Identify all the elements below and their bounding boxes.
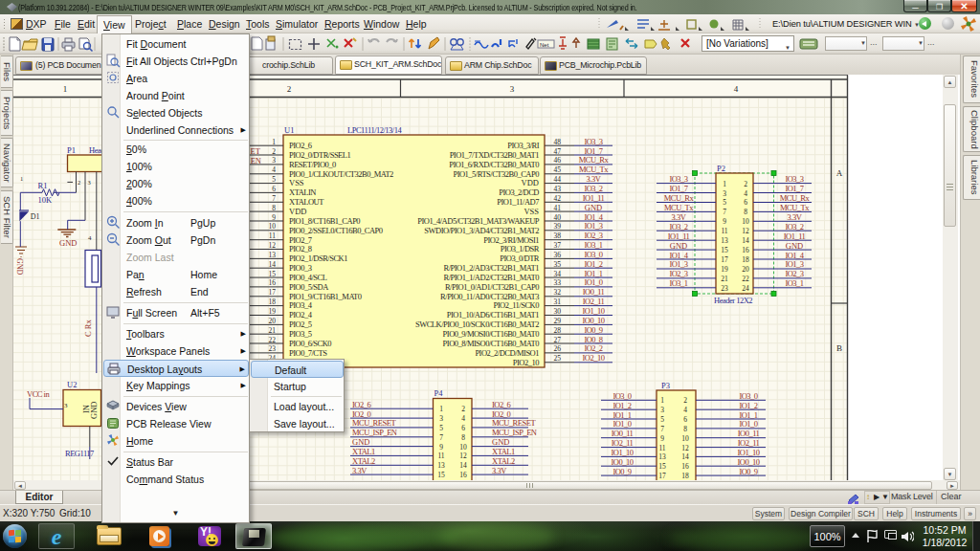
svg-text:IO0_11: IO0_11	[612, 429, 634, 438]
svg-text:IO0_10: IO0_10	[612, 457, 634, 467]
svg-text:8: 8	[683, 425, 687, 433]
svg-text:IO1_11: IO1_11	[668, 231, 690, 241]
svg-text:IO1_2: IO1_2	[584, 259, 602, 269]
svg-text:18: 18	[742, 255, 749, 264]
svg-text:3: 3	[272, 156, 276, 165]
svg-text:35: 35	[554, 260, 562, 269]
svg-text:7: 7	[439, 433, 443, 442]
svg-text:IO1_0: IO1_0	[739, 419, 757, 429]
svg-text:IO1_7: IO1_7	[669, 184, 687, 193]
svg-text:PIO0_2/SSEL0/CT16B0_CAP0: PIO0_2/SSEL0/CT16B0_CAP0	[289, 226, 383, 235]
svg-text:R1: R1	[38, 181, 48, 190]
svg-text:SWCLK/PIO0_10/SCK0/CT16B0_MAT2: SWCLK/PIO0_10/SCK0/CT16B0_MAT2	[415, 320, 539, 329]
svg-text:9: 9	[723, 217, 726, 226]
svg-text:12: 12	[459, 452, 467, 460]
svg-text:7: 7	[723, 208, 726, 216]
svg-text:28: 28	[554, 326, 562, 335]
svg-text:PIO0_9/MOSI0/CT16B0_MAT0: PIO0_9/MOSI0/CT16B0_MAT0	[443, 329, 540, 339]
svg-text:4: 4	[461, 414, 465, 423]
svg-text:IO0_11: IO0_11	[583, 287, 605, 297]
svg-text:IO2_3: IO2_3	[669, 269, 687, 278]
svg-text:IO2_6: IO2_6	[492, 400, 510, 409]
svg-text:27: 27	[554, 336, 562, 344]
svg-text:42: 42	[554, 194, 562, 203]
svg-text:5: 5	[272, 175, 276, 184]
svg-text:IO1_10: IO1_10	[583, 306, 605, 316]
svg-text:IO2_3: IO2_3	[785, 269, 803, 278]
svg-text:PIO1_8/CT16B1_CAP0: PIO1_8/CT16B1_CAP0	[289, 216, 360, 226]
svg-text:PIO0_8/MISO0/CT16B0_MAT0: PIO0_8/MISO0/CT16B0_MAT0	[443, 339, 540, 348]
svg-text:IO3_2: IO3_2	[785, 222, 803, 231]
svg-text:3.3V: 3.3V	[672, 212, 687, 222]
svg-text:P4: P4	[434, 388, 444, 398]
svg-text:IO1_1: IO1_1	[584, 269, 602, 278]
svg-text:16: 16	[459, 471, 467, 479]
svg-text:IO3_1: IO3_1	[669, 278, 687, 288]
svg-text:SWDIO/PIO1_3/AD4/CT32B1_MAT2: SWDIO/PIO1_3/AD4/CT32B1_MAT2	[424, 226, 539, 235]
svg-text:2: 2	[78, 179, 80, 186]
svg-text:15: 15	[658, 462, 666, 471]
svg-text:XTALOUT: XTALOUT	[289, 197, 324, 207]
svg-text:U1: U1	[284, 125, 294, 135]
svg-text:41: 41	[554, 204, 562, 212]
svg-text:IO3_1: IO3_1	[584, 240, 602, 250]
svg-text:9: 9	[439, 443, 443, 452]
svg-text:6: 6	[272, 185, 276, 193]
svg-text:48: 48	[554, 138, 562, 146]
svg-text:LPC1111/12/13/14: LPC1111/12/13/14	[347, 125, 402, 135]
svg-text:32: 32	[554, 288, 562, 297]
svg-text:VSS: VSS	[289, 178, 304, 187]
svg-text:PIO1_10/AD6/CT16B1_MAT1: PIO1_10/AD6/CT16B1_MAT1	[447, 310, 539, 320]
svg-text:12: 12	[681, 444, 689, 452]
svg-text:PIO2_10: PIO2_10	[513, 358, 539, 367]
svg-text:23: 23	[721, 284, 728, 293]
svg-text:21: 21	[269, 326, 277, 335]
svg-text:PIO3_1/DSR: PIO3_1/DSR	[501, 244, 540, 253]
svg-text:MCU_Rx: MCU_Rx	[780, 193, 811, 203]
svg-text:IO2_11: IO2_11	[612, 438, 634, 448]
svg-text:39: 39	[554, 222, 562, 231]
svg-text:PIO2_11/SCK0: PIO2_11/SCK0	[493, 300, 539, 310]
svg-text:IO2_11: IO2_11	[738, 438, 760, 448]
svg-text:U2: U2	[67, 380, 77, 389]
svg-text:IO3_0: IO3_0	[584, 250, 602, 259]
svg-text:15: 15	[269, 270, 277, 278]
svg-text:GND: GND	[89, 402, 99, 419]
svg-text:IO1_2: IO1_2	[612, 401, 631, 410]
svg-text:47: 47	[554, 147, 562, 156]
svg-text:PIO0_5/SDA: PIO0_5/SDA	[289, 282, 329, 292]
svg-text:R/PIO1_0/AD1/CT32B1_CAP0: R/PIO1_0/AD1/CT32B1_CAP0	[445, 282, 539, 292]
svg-text:MCU_RESET: MCU_RESET	[492, 418, 536, 428]
svg-text:IO0_10: IO0_10	[583, 316, 605, 325]
svg-text:2: 2	[287, 84, 292, 94]
svg-text:IO2_0: IO2_0	[492, 409, 510, 419]
svg-text:11: 11	[721, 227, 727, 235]
svg-text:IO2_3: IO2_3	[584, 231, 602, 240]
svg-text:GND: GND	[352, 437, 369, 447]
svg-text:VCC in: VCC in	[27, 389, 50, 399]
svg-text:PIO1_5/RTS/CT32B0_CAP0: PIO1_5/RTS/CT32B0_CAP0	[453, 169, 539, 179]
svg-text:XTAL2: XTAL2	[492, 456, 515, 466]
svg-text:3: 3	[660, 406, 664, 414]
svg-text:PIO0_7/CTS: PIO0_7/CTS	[289, 348, 327, 358]
svg-text:PIO2_0/DTR/SSEL1: PIO2_0/DTR/SSEL1	[289, 150, 351, 160]
svg-text:1: 1	[63, 84, 68, 94]
svg-text:12: 12	[742, 227, 749, 235]
svg-text:19: 19	[269, 307, 277, 316]
svg-text:31: 31	[554, 298, 562, 306]
svg-text:PIO0_3: PIO0_3	[289, 263, 312, 273]
svg-text:GND: GND	[59, 238, 77, 248]
svg-text:ET: ET	[251, 146, 261, 156]
svg-text:MCU_RESET: MCU_RESET	[352, 418, 396, 428]
svg-text:VDD: VDD	[522, 178, 539, 187]
svg-text:2: 2	[272, 147, 276, 156]
svg-text:14: 14	[269, 260, 277, 269]
svg-text:XTAL1: XTAL1	[352, 447, 375, 456]
svg-text:EN: EN	[251, 156, 261, 165]
svg-text:22: 22	[269, 336, 277, 344]
svg-text:3.3V: 3.3V	[788, 212, 803, 222]
svg-text:4: 4	[744, 189, 747, 198]
svg-text:16: 16	[742, 246, 749, 254]
svg-text:5: 5	[660, 415, 664, 424]
svg-text:IO0_10: IO0_10	[738, 457, 760, 467]
